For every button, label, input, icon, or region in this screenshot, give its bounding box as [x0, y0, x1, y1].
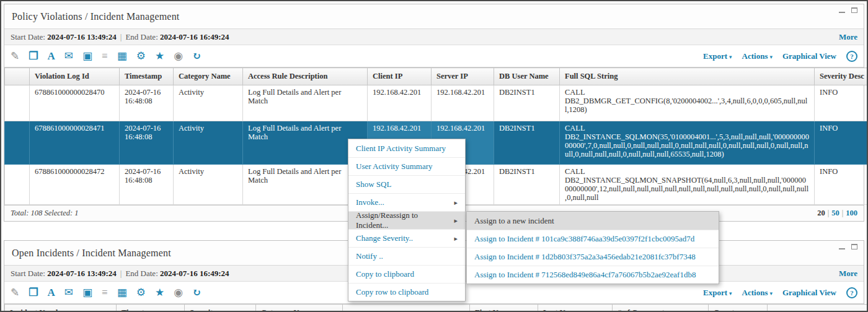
col-filler: [768, 305, 868, 312]
flag-a-icon[interactable]: A: [48, 51, 55, 61]
col-server-ip[interactable]: Server IP: [432, 68, 494, 85]
cell-violation-log-id[interactable]: 678861000000028471: [30, 121, 120, 165]
flag-a-icon[interactable]: A: [48, 287, 55, 298]
menu-item-notify[interactable]: Notify ..: [348, 247, 465, 265]
menu-item-invoke[interactable]: Invoke... ▸: [348, 193, 465, 211]
cell-db-user-name[interactable]: DB2INST1: [494, 121, 560, 165]
cell-violation-log-id[interactable]: 678861000000028472: [30, 165, 120, 205]
cell-selector[interactable]: [5, 165, 30, 205]
menu-item-label: Invoke...: [356, 197, 384, 207]
more-link[interactable]: More: [839, 269, 857, 279]
col-category-name[interactable]: Category Name: [174, 68, 243, 85]
copy-icon[interactable]: ❐: [29, 51, 38, 61]
page-size-100[interactable]: 100: [846, 209, 857, 217]
submenu-item-assign-new-incident[interactable]: Assign to a new incident: [467, 212, 719, 230]
star-icon[interactable]: ★: [155, 287, 164, 298]
col-db-user-name[interactable]: DB User Name: [494, 68, 560, 85]
menu-item-assign-reassign-to-incident[interactable]: Assign/Reassign to Incident... ▸: [348, 211, 465, 229]
email-icon[interactable]: ✉: [64, 51, 73, 61]
col-client-ip[interactable]: Client IP: [368, 68, 432, 85]
copy-icon[interactable]: ❐: [29, 287, 38, 298]
col-violation-log-id[interactable]: Violation Log Id: [30, 68, 120, 85]
cell-category-name[interactable]: Activity: [174, 121, 243, 165]
cell-selector[interactable]: [5, 121, 30, 165]
menu-item-change-severity[interactable]: Change Severity.. ▸: [348, 229, 465, 247]
image-icon[interactable]: ▣: [82, 287, 92, 298]
wrench-icon[interactable]: ⚙: [136, 51, 146, 61]
minimize-icon[interactable]: [839, 245, 845, 249]
menu-item-user-activity-summary[interactable]: User Activity Summary: [348, 157, 465, 175]
star-icon[interactable]: ★: [155, 51, 164, 61]
cell-access-rule-description[interactable]: Log Full Details and Alert per Match: [243, 85, 368, 121]
cell-severity-desc[interactable]: INFO: [815, 165, 868, 205]
cell-timestamp[interactable]: 2024-07-16 16:48:08: [120, 165, 174, 205]
sliders-icon[interactable]: ≡: [102, 51, 108, 61]
export-label: Export: [703, 51, 727, 61]
col-access-rule-description[interactable]: Access Rule Description: [243, 68, 368, 85]
more-link[interactable]: More: [839, 32, 857, 42]
cell-timestamp[interactable]: 2024-07-16 16:48:08: [120, 121, 174, 165]
edit-icon[interactable]: ✎: [11, 287, 19, 298]
help-icon[interactable]: ?: [846, 51, 857, 62]
cell-full-sql-string[interactable]: CALL DB2_INSTANCE_SQLMON_SNAPSHOT(64,nul…: [560, 165, 815, 205]
col-last-name[interactable]: Last Name: [538, 305, 613, 312]
cell-category-name[interactable]: Activity: [174, 85, 243, 121]
page-size-current[interactable]: 20: [817, 209, 825, 217]
menu-item-copy-to-clipboard[interactable]: Copy to clipboard: [348, 265, 465, 283]
col-severity-desc[interactable]: Severity Desc: [815, 68, 868, 85]
col-severity[interactable]: Severity: [185, 305, 256, 312]
cell-db-user-name[interactable]: DB2INST1: [494, 85, 560, 121]
col-num-comments[interactable]: # of Comments: [613, 305, 709, 312]
col-first-name[interactable]: First Name: [470, 305, 538, 312]
cell-category-name[interactable]: Activity: [174, 165, 243, 205]
email-icon[interactable]: ✉: [64, 287, 73, 298]
col-timestamp[interactable]: Timestamp: [120, 68, 174, 85]
menu-item-show-sql[interactable]: Show SQL: [348, 175, 465, 193]
table-row[interactable]: 678861000000028470 2024-07-16 16:48:08 A…: [5, 85, 868, 121]
minimize-icon[interactable]: [839, 8, 845, 13]
refresh-icon[interactable]: ↻: [192, 51, 201, 61]
image-icon[interactable]: ▣: [82, 51, 92, 61]
submenu-item-assign-incident-3[interactable]: Assign to Incident # 712568ed849e86a4cf7…: [467, 266, 719, 284]
menu-item-copy-row-to-clipboard[interactable]: Copy row to clipboard: [348, 283, 465, 301]
menu-item-client-ip-activity-summary[interactable]: Client IP Activity Summary: [348, 139, 465, 157]
wrench-icon[interactable]: ⚙: [136, 287, 146, 298]
graphical-view-link[interactable]: Graphical View: [782, 51, 836, 61]
actions-menu[interactable]: Actions▾: [742, 288, 773, 298]
cell-severity-desc[interactable]: INFO: [815, 121, 868, 165]
help-icon[interactable]: ?: [846, 287, 857, 298]
col-hidden[interactable]: [343, 305, 470, 312]
col-incident-number[interactable]: Incident Number: [5, 305, 117, 312]
submenu-item-assign-incident-2[interactable]: Assign to Incident # 1d2b803f375a2a3a456…: [467, 248, 719, 266]
refresh-icon[interactable]: ↻: [192, 287, 201, 298]
col-count[interactable]: Count: [709, 305, 768, 312]
table-columns-icon[interactable]: ▦: [117, 51, 127, 61]
cell-timestamp[interactable]: 2024-07-16 16:48:08: [120, 85, 174, 121]
export-menu[interactable]: Export▾: [703, 288, 732, 298]
submenu-arrow-icon: ▸: [454, 235, 458, 243]
restore-icon[interactable]: [851, 244, 857, 249]
record-icon[interactable]: ◉: [174, 51, 183, 61]
col-timestamp[interactable]: Timestamp: [117, 305, 185, 312]
restore-icon[interactable]: [851, 7, 857, 13]
record-icon[interactable]: ◉: [174, 287, 183, 298]
pagination: 20|50|100: [817, 209, 857, 218]
cell-full-sql-string[interactable]: CALL DB2_DBMGR_GET_CONFIG(8,'0200004002.…: [560, 85, 815, 121]
cell-db-user-name[interactable]: DB2INST1: [494, 165, 560, 205]
edit-icon[interactable]: ✎: [11, 51, 19, 61]
cell-server-ip[interactable]: 192.168.42.201: [432, 85, 494, 121]
page-size-50[interactable]: 50: [831, 209, 839, 217]
cell-client-ip[interactable]: 192.168.42.201: [368, 85, 432, 121]
col-category-name[interactable]: Category Name: [256, 305, 343, 312]
graphical-view-link[interactable]: Graphical View: [782, 288, 836, 298]
cell-severity-desc[interactable]: INFO: [815, 85, 868, 121]
cell-full-sql-string[interactable]: CALL DB2_INSTANCE_SQLMON(35,'0100004001.…: [560, 121, 815, 165]
sliders-icon[interactable]: ≡: [102, 287, 108, 298]
col-full-sql-string[interactable]: Full SQL String: [560, 68, 815, 85]
actions-menu[interactable]: Actions▾: [742, 51, 773, 61]
cell-violation-log-id[interactable]: 678861000000028470: [30, 85, 120, 121]
cell-selector[interactable]: [5, 85, 30, 121]
submenu-item-assign-incident-1[interactable]: Assign to Incident # 101ca9c388f746aa39d…: [467, 230, 719, 248]
table-columns-icon[interactable]: ▦: [117, 287, 127, 298]
export-menu[interactable]: Export▾: [703, 51, 732, 61]
